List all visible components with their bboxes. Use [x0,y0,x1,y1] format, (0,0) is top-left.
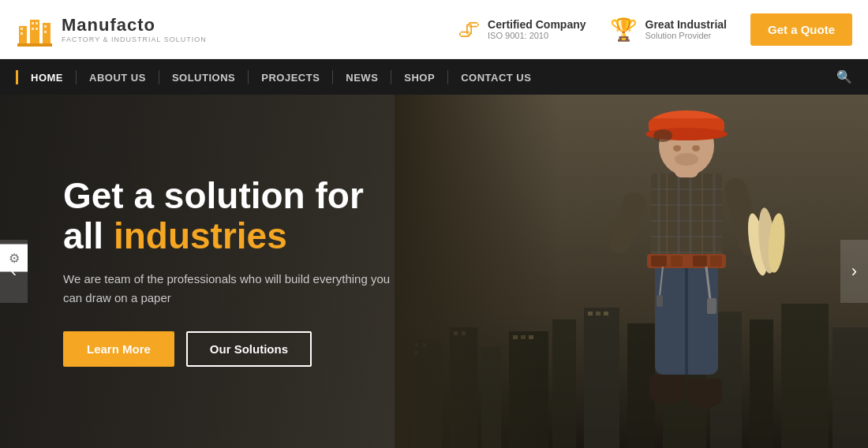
svg-rect-1 [30,20,39,45]
hero-heading-line2: all [63,215,114,256]
hero-buttons: Learn More Our Solutions [63,331,395,367]
svg-rect-7 [36,22,38,24]
site-header: Manufacto Factory & Industrial Solution … [0,0,868,59]
logo-icon [16,10,54,48]
industrial-sub: Solution Provider [645,31,727,40]
nav-item-contact[interactable]: CONTACT US [447,70,544,84]
hero-section: ⚙ ‹ Get a solution for all industries We… [0,95,868,448]
nav-item-solutions[interactable]: SOLUTIONS [159,70,248,84]
svg-rect-5 [21,32,23,35]
our-solutions-button[interactable]: Our Solutions [186,331,312,367]
chevron-right-icon: › [851,261,857,282]
nav-links: HOME ABOUT US SOLUTIONS PROJECTS NEWS SH… [16,70,544,84]
certified-title: Certified Company [488,18,586,31]
search-icon[interactable]: 🔍 [836,69,852,84]
next-slide-button[interactable]: › [840,240,868,303]
hero-content: Get a solution for all industries We are… [0,176,395,367]
hero-heading-line1: Get a solution for [63,175,364,216]
main-nav: HOME ABOUT US SOLUTIONS PROJECTS NEWS SH… [0,59,868,95]
industrial-badge: 🏆 Great Industrial Solution Provider [610,17,727,43]
stamp-icon: 🖇 [458,17,480,43]
nav-item-projects[interactable]: PROJECTS [248,70,332,84]
nav-item-shop[interactable]: SHOP [391,70,447,84]
nav-item-about[interactable]: ABOUT US [76,70,159,84]
svg-rect-9 [36,28,38,30]
learn-more-button[interactable]: Learn More [63,331,174,367]
industrial-text: Great Industrial Solution Provider [645,18,727,40]
industrial-title: Great Industrial [645,18,727,31]
svg-rect-8 [32,28,34,30]
hero-heading: Get a solution for all industries [63,176,395,256]
certified-badge: 🖇 Certified Company ISO 9001: 2010 [458,17,586,43]
svg-rect-82 [395,95,868,448]
certified-text: Certified Company ISO 9001: 2010 [488,18,586,40]
logo[interactable]: Manufacto Factory & Industrial Solution [16,10,207,48]
prev-slide-button[interactable]: ‹ [0,240,28,303]
nav-item-news[interactable]: NEWS [332,70,391,84]
svg-rect-3 [17,43,52,47]
logo-brand: Manufacto [62,15,207,35]
hero-heading-highlight: industries [114,215,287,256]
certified-sub: ISO 9001: 2010 [488,31,586,40]
logo-tagline: Factory & Industrial Solution [62,35,207,43]
trophy-icon: 🏆 [610,17,638,43]
hero-worker-image [395,95,868,448]
chevron-left-icon: ‹ [11,261,17,282]
logo-text: Manufacto Factory & Industrial Solution [62,15,207,43]
svg-rect-10 [44,25,47,28]
svg-rect-11 [44,31,47,33]
get-quote-button[interactable]: Get a Quote [750,13,852,46]
svg-rect-4 [21,28,23,30]
header-right: 🖇 Certified Company ISO 9001: 2010 🏆 Gre… [458,13,852,46]
nav-item-home[interactable]: HOME [16,70,76,84]
svg-rect-6 [32,22,34,24]
hero-subtext: We are team of the professionals who wil… [63,270,395,308]
